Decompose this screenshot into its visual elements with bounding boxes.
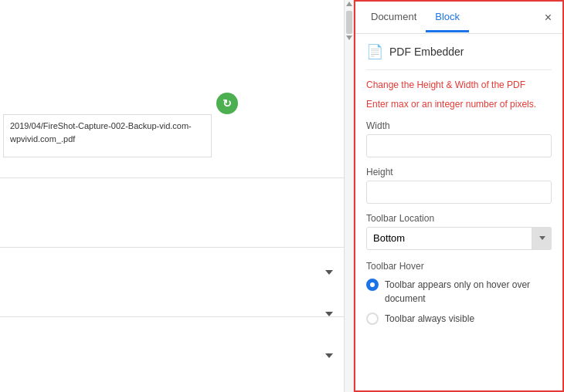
hint-text: Enter max or an integer number of pixels… [366, 98, 552, 111]
url-display: 2019/04/FireShot-Capture-002-Backup-vid.… [3, 114, 212, 157]
chevron-down-icon [325, 312, 333, 316]
editor-canvas: ↻ 2019/04/FireShot-Capture-002-Backup-vi… [0, 0, 345, 392]
block-controls [325, 270, 333, 392]
tab-document[interactable]: Document [362, 3, 426, 32]
radio-hover-label: Toolbar appears only on hover over docum… [385, 278, 552, 306]
block-settings-panel: Document Block × 📄 PDF Embedder Change t… [354, 0, 564, 392]
arrow-2[interactable] [325, 312, 333, 316]
scroll-down-arrow[interactable] [346, 35, 352, 40]
radio-always[interactable]: Toolbar always visible [366, 312, 552, 326]
height-label: Height [366, 167, 552, 177]
embedder-title: PDF Embedder [389, 46, 464, 58]
scroll-up-arrow[interactable] [346, 2, 352, 6]
chevron-down-icon [325, 270, 333, 275]
scrollbar-thumb[interactable] [346, 11, 352, 34]
divider-3 [0, 316, 344, 317]
toolbar-location-select-wrapper: Bottom Top None [366, 227, 552, 250]
divider-2 [0, 247, 344, 248]
width-input[interactable] [366, 134, 552, 157]
radio-hover-circle [366, 279, 379, 291]
panel-tabs: Document Block × [355, 2, 562, 34]
chevron-down-icon [325, 353, 333, 358]
embedder-header: 📄 PDF Embedder [366, 43, 552, 70]
radio-always-circle [366, 313, 379, 325]
width-label: Width [366, 120, 552, 131]
close-button[interactable]: × [540, 8, 556, 27]
arrow-3[interactable] [325, 353, 333, 358]
toolbar-hover-label: Toolbar Hover [366, 261, 552, 272]
arrow-1[interactable] [325, 270, 333, 275]
section-change-title: Change the Height & Width of the PDF [366, 79, 552, 90]
toolbar-location-label: Toolbar Location [366, 213, 552, 224]
url-text: 2019/04/FireShot-Capture-002-Backup-vid.… [10, 121, 192, 144]
radio-hover[interactable]: Toolbar appears only on hover over docum… [366, 278, 552, 306]
radio-always-label: Toolbar always visible [385, 312, 474, 326]
toolbar-location-select[interactable]: Bottom Top None [366, 227, 552, 250]
height-input[interactable] [366, 181, 552, 204]
refresh-icon[interactable]: ↻ [216, 93, 238, 114]
divider-1 [0, 177, 344, 178]
panel-body: 📄 PDF Embedder Change the Height & Width… [355, 34, 562, 390]
pdf-icon: 📄 [366, 43, 383, 60]
tab-block[interactable]: Block [426, 3, 469, 32]
scrollbar[interactable] [345, 0, 354, 392]
